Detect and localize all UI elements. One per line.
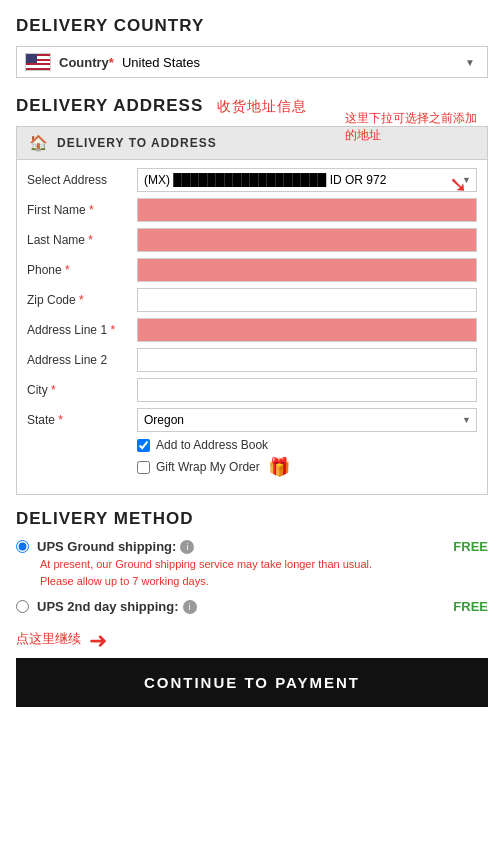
gift-wrap-label: Gift Wrap My Order xyxy=(156,460,260,474)
ups-2nd-option: UPS 2nd day shipping: i FREE xyxy=(16,599,488,614)
address2-label: Address Line 2 xyxy=(27,353,137,367)
city-row: City * PORTLAND xyxy=(27,378,477,402)
first-name-input[interactable] xyxy=(137,198,477,222)
last-name-label: Last Name * xyxy=(27,233,137,247)
country-select[interactable]: United States Canada Mexico United Kingd… xyxy=(122,55,479,70)
address1-row: Address Line 1 * xyxy=(27,318,477,342)
gift-icon: 🎁 xyxy=(268,456,290,478)
first-name-row: First Name * xyxy=(27,198,477,222)
delivery-address-title: DELIVERY ADDRESS 收货地址信息 xyxy=(16,96,488,116)
address-form: Select Address (MX) ██████████████████ I… xyxy=(17,160,487,494)
ups-ground-info-icon[interactable]: i xyxy=(180,540,194,554)
ups-2nd-price: FREE xyxy=(453,599,488,614)
ups-ground-warning: At present, our Ground shipping service … xyxy=(40,556,488,589)
delivery-method-section: DELIVERY METHOD UPS Ground shipping: i F… xyxy=(16,509,488,614)
delivery-address-chinese-subtitle: 收货地址信息 xyxy=(217,98,307,114)
last-name-input[interactable] xyxy=(137,228,477,252)
country-select-wrapper[interactable]: United States Canada Mexico United Kingd… xyxy=(122,55,479,70)
delivery-country-section: DELIVERY COUNTRY Country* United States … xyxy=(16,16,488,78)
select-address-dropdown[interactable]: (MX) ██████████████████ ID OR 972 xyxy=(137,168,477,192)
city-input[interactable]: PORTLAND xyxy=(137,378,477,402)
continue-arrow-icon: ➜ xyxy=(89,628,107,654)
address1-input[interactable] xyxy=(137,318,477,342)
delivery-method-title: DELIVERY METHOD xyxy=(16,509,488,529)
address-box: 🏠 DELIVERY TO ADDRESS 这里下拉可选择之前添加的地址 ➘ S… xyxy=(16,126,488,495)
chinese-hint-text: 点这里继续 xyxy=(16,630,81,648)
ups-2nd-radio[interactable] xyxy=(16,600,29,613)
country-required-star: * xyxy=(109,55,114,70)
ups-ground-left: UPS Ground shipping: i xyxy=(16,539,194,554)
select-address-row: Select Address (MX) ██████████████████ I… xyxy=(27,168,477,192)
ups-ground-row: UPS Ground shipping: i FREE xyxy=(16,539,488,554)
select-address-wrapper[interactable]: (MX) ██████████████████ ID OR 972 xyxy=(137,168,477,192)
phone-input[interactable] xyxy=(137,258,477,282)
chinese-hint-row: 点这里继续 ➜ xyxy=(16,628,488,654)
home-icon: 🏠 xyxy=(29,134,49,152)
state-select-wrapper[interactable]: Oregon California Washington New York xyxy=(137,408,477,432)
delivery-country-title: DELIVERY COUNTRY xyxy=(16,16,488,36)
phone-row: Phone * xyxy=(27,258,477,282)
country-label: Country* xyxy=(59,55,114,70)
phone-label: Phone * xyxy=(27,263,137,277)
zip-input[interactable]: 97211 xyxy=(137,288,477,312)
address2-row: Address Line 2 xyxy=(27,348,477,372)
address2-input[interactable] xyxy=(137,348,477,372)
add-to-address-book-label: Add to Address Book xyxy=(156,438,268,452)
delivery-address-section: DELIVERY ADDRESS 收货地址信息 🏠 DELIVERY TO AD… xyxy=(16,96,488,495)
address1-label: Address Line 1 * xyxy=(27,323,137,337)
select-address-label: Select Address xyxy=(27,173,137,187)
zip-row: Zip Code * 97211 xyxy=(27,288,477,312)
ups-ground-price: FREE xyxy=(453,539,488,554)
ups-2nd-info-icon[interactable]: i xyxy=(183,600,197,614)
ups-ground-option: UPS Ground shipping: i FREE At present, … xyxy=(16,539,488,589)
first-name-label: First Name * xyxy=(27,203,137,217)
country-row: Country* United States Canada Mexico Uni… xyxy=(16,46,488,78)
gift-wrap-row: Gift Wrap My Order 🎁 xyxy=(137,456,477,478)
zip-label: Zip Code * xyxy=(27,293,137,307)
last-name-row: Last Name * xyxy=(27,228,477,252)
state-select[interactable]: Oregon California Washington New York xyxy=(137,408,477,432)
us-flag-icon xyxy=(25,53,51,71)
add-to-address-book-row: Add to Address Book xyxy=(137,438,477,452)
state-row: State * Oregon California Washington New… xyxy=(27,408,477,432)
ups-2nd-row: UPS 2nd day shipping: i FREE xyxy=(16,599,488,614)
ups-ground-radio[interactable] xyxy=(16,540,29,553)
continue-section: 点这里继续 ➜ CONTINUE TO PAYMENT xyxy=(16,628,488,707)
city-label: City * xyxy=(27,383,137,397)
ups-2nd-label: UPS 2nd day shipping: xyxy=(37,599,179,614)
add-to-address-book-checkbox[interactable] xyxy=(137,439,150,452)
state-label: State * xyxy=(27,413,137,427)
ups-ground-label: UPS Ground shipping: xyxy=(37,539,176,554)
address-box-header: 🏠 DELIVERY TO ADDRESS xyxy=(17,127,487,160)
ups-2nd-left: UPS 2nd day shipping: i xyxy=(16,599,197,614)
gift-wrap-checkbox[interactable] xyxy=(137,461,150,474)
continue-to-payment-button[interactable]: CONTINUE TO PAYMENT xyxy=(16,658,488,707)
